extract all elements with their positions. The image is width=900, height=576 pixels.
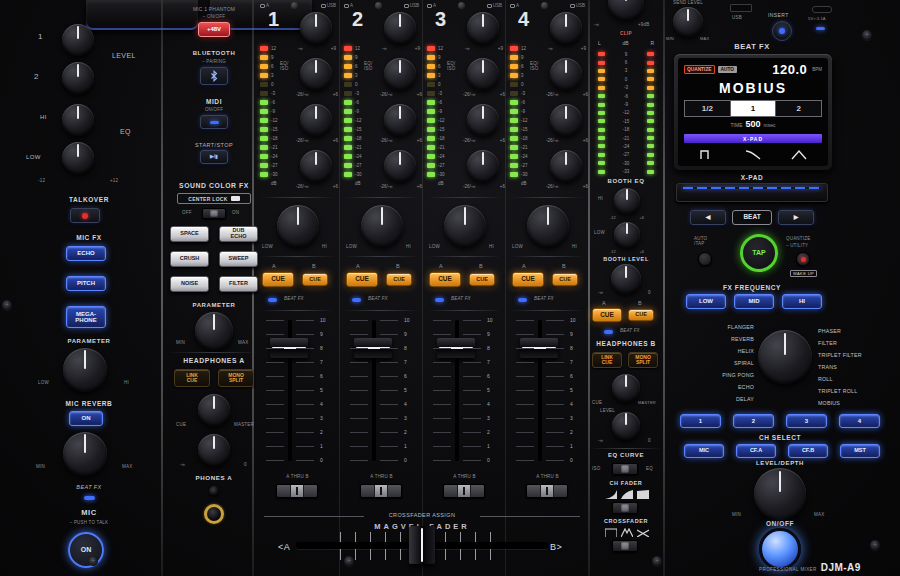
scfx-button-space[interactable]: SPACE [170,226,209,242]
talkover-button[interactable] [70,208,100,223]
eq-hi-knob[interactable] [300,58,332,90]
mic-reverb-on-button[interactable]: ON [69,411,103,426]
eq-low-knob[interactable] [384,150,416,182]
color-knob[interactable] [527,205,569,247]
crossfader-assign-switch[interactable] [526,484,568,498]
hpb-link-cue-button[interactable]: LINK CUE [592,352,622,368]
hpa-link-cue-button[interactable]: LINK CUE [174,369,210,387]
beat-length-selector[interactable]: 1/212 [684,100,822,117]
fx-channel-button-2[interactable]: 2 [733,414,774,428]
beat-cell-1-2[interactable]: 1/2 [685,101,731,116]
trim-knob[interactable] [550,12,582,44]
beat-next-button[interactable]: ▶ [778,210,814,225]
eq-low-knob[interactable] [550,150,582,182]
usb-port[interactable] [730,4,752,12]
eq-low-knob[interactable] [300,150,332,182]
eq-mid-knob[interactable] [550,104,582,136]
ch-select-button-cfb[interactable]: CF.B [788,444,828,458]
center-lock-toggle[interactable] [202,208,226,219]
mic-on-button[interactable]: ON [68,532,104,568]
quantize-utility-button[interactable] [796,252,810,266]
send-level-knob[interactable] [673,7,703,37]
booth-eq-low-knob[interactable] [614,222,640,248]
ch-select-button-mic[interactable]: MIC [684,444,724,458]
eq-curve-toggle[interactable] [612,463,638,475]
cue-b-button[interactable]: CUE [302,273,328,286]
fx-channel-button-4[interactable]: 4 [839,414,880,428]
fx-frequency-low[interactable]: LOW [686,294,726,309]
input-select-knob[interactable] [291,2,298,9]
scfx-button-sweep[interactable]: SWEEP [219,251,258,267]
cue-b-button[interactable]: CUE [552,273,578,286]
color-knob[interactable] [444,205,486,247]
fx-channel-button-3[interactable]: 3 [786,414,827,428]
phones-a-quarter-jack[interactable] [204,504,224,524]
master-cue-b-button[interactable]: CUE [628,309,654,321]
crossfader-curve-toggle[interactable] [612,540,638,552]
eq-hi-knob[interactable] [550,58,582,90]
tap-button[interactable]: TAP [740,234,778,272]
mic-fx-parameter-knob[interactable] [63,348,107,392]
hpa-mixing-knob[interactable] [198,394,230,426]
master-level-knob[interactable] [608,0,644,20]
xpad-touch-strip[interactable] [676,183,828,202]
trim-knob[interactable] [467,12,499,44]
scfx-parameter-knob[interactable] [195,312,233,350]
scfx-button-crush[interactable]: CRUSH [170,251,209,267]
eq-low-knob[interactable] [467,150,499,182]
color-knob[interactable] [361,205,403,247]
bluetooth-pairing-button[interactable] [200,67,228,85]
crossfader-cap[interactable] [409,526,435,564]
beat-cell-2[interactable]: 2 [776,101,821,116]
ch-select-button-cfa[interactable]: CF.A [736,444,776,458]
eq-mid-knob[interactable] [384,104,416,136]
scfx-button-noise[interactable]: NOISE [170,276,209,292]
mic-fx-button-pitch[interactable]: PITCH [66,276,106,291]
input-select-knob[interactable] [375,2,382,9]
booth-eq-hi-knob[interactable] [614,188,640,214]
color-knob[interactable] [277,205,319,247]
fx-frequency-hi[interactable]: HI [782,294,822,309]
mic-eq-low-knob[interactable] [62,142,94,174]
fx-channel-button-1[interactable]: 1 [680,414,721,428]
hpb-mixing-knob[interactable] [612,374,640,402]
eq-mid-knob[interactable] [300,104,332,136]
mic-reverb-parameter-knob[interactable] [63,432,107,476]
hpb-mono-split-button[interactable]: MONO SPLIT [628,352,658,368]
eq-mid-knob[interactable] [467,104,499,136]
input-select-knob[interactable] [541,2,548,9]
level-depth-knob[interactable] [754,468,806,520]
cue-b-button[interactable]: CUE [469,273,495,286]
insert-button[interactable] [772,21,792,41]
usbc-port[interactable] [812,6,832,13]
trim-knob[interactable] [300,12,332,44]
beat-prev-button[interactable]: ◀ [690,210,726,225]
cue-a-button[interactable]: CUE [262,272,294,287]
mic1-level-knob[interactable] [62,24,94,56]
trim-knob[interactable] [384,12,416,44]
cue-a-button[interactable]: CUE [429,272,461,287]
cue-a-button[interactable]: CUE [512,272,544,287]
midi-onoff-button[interactable] [200,115,228,129]
mic2-level-knob[interactable] [62,62,94,94]
ch-select-button-mst[interactable]: MST [840,444,880,458]
mic-fx-button-megaphone[interactable]: MEGA- PHONE [66,306,106,328]
scfx-button-dubecho[interactable]: DUB ECHO [219,226,258,242]
phantom-48v-button[interactable]: +48V [198,22,230,37]
auto-tap-button[interactable] [698,252,712,266]
hpb-level-knob[interactable] [612,412,640,440]
crossfader-assign-switch[interactable] [443,484,485,498]
mic-fx-button-echo[interactable]: ECHO [66,246,106,261]
eq-hi-knob[interactable] [467,58,499,90]
ch-fader-curve-toggle[interactable] [612,502,638,514]
hpa-level-knob[interactable] [198,434,230,466]
hpa-mono-split-button[interactable]: MONO SPLIT [218,369,254,387]
cue-a-button[interactable]: CUE [346,272,378,287]
fx-select-knob[interactable] [758,330,812,384]
startstop-button[interactable]: ▶/▮ [200,150,228,164]
crossfader-assign-switch[interactable] [360,484,402,498]
booth-level-knob[interactable] [611,264,641,294]
cue-b-button[interactable]: CUE [386,273,412,286]
beat-cell-1[interactable]: 1 [731,101,777,116]
fx-frequency-mid[interactable]: MID [734,294,774,309]
